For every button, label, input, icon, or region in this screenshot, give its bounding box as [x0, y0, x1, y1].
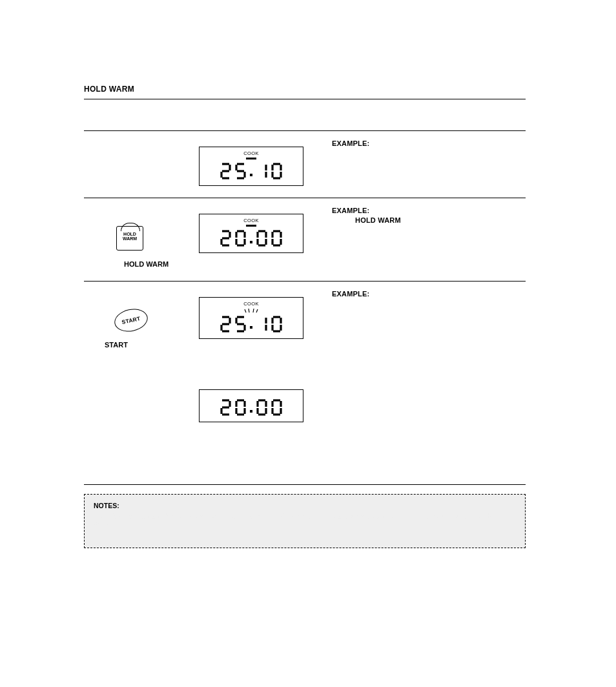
- hold-warm-button-icon: HOLD WARM: [116, 226, 143, 251]
- example-label: EXAMPLE:: [332, 290, 369, 298]
- svg-line-0: [245, 309, 246, 313]
- step-row: 3. START START COOK EXAMPLE: Cook: [84, 282, 526, 362]
- example-label: EXAMPLE:: [332, 139, 369, 147]
- svg-line-1: [249, 309, 249, 313]
- step-row: 1. Program cooking as described in the a…: [84, 131, 526, 198]
- svg-line-2: [253, 309, 254, 313]
- cook-indicator-bar: [246, 225, 256, 227]
- lcd-display: [199, 389, 303, 422]
- notes-body: HOLD WARM maintains food temperature; it…: [94, 512, 516, 529]
- cook-indicator-label: COOK: [243, 150, 259, 157]
- step-left: 3. START START: [84, 282, 199, 362]
- section-title: HOLD WARM: [84, 84, 526, 99]
- step-example: When cooking time ends, HOLD WARM begins…: [320, 374, 526, 434]
- notes-box: NOTES: HOLD WARM maintains food temperat…: [84, 494, 526, 548]
- divider: [84, 484, 526, 485]
- step-row: 2. HOLD WARM HOLD WARM COOK EXAMPLE: HOL…: [84, 198, 526, 282]
- step-left: 1. Program cooking as described in the a…: [84, 131, 199, 198]
- step-example: EXAMPLE: Cooking begins. Display counts …: [320, 282, 526, 362]
- lcd-digits: [220, 230, 282, 247]
- step-instruction: Program cooking as described in the appr…: [85, 155, 192, 174]
- notes-heading: NOTES:: [94, 501, 516, 510]
- step-display: COOK: [199, 198, 320, 281]
- lcd-display: COOK: [199, 147, 303, 186]
- button-caption: HOLD WARM: [124, 260, 192, 269]
- cook-indicator-label: COOK: [243, 218, 259, 224]
- step-display: [199, 374, 320, 434]
- svg-line-3: [256, 309, 258, 313]
- lcd-display: COOK: [199, 297, 303, 339]
- step-number: 2.: [85, 207, 192, 217]
- step-number: 3.: [85, 291, 192, 300]
- step-display: COOK: [199, 131, 320, 198]
- button-caption: START: [105, 340, 192, 350]
- manual-page: HOLD WARM The HOLD WARM feature allows y…: [0, 0, 616, 687]
- button-text-line2: WARM: [123, 236, 137, 241]
- step-example: EXAMPLE: HOLD WARM appears in the displa…: [320, 198, 526, 281]
- start-button-icon: START: [112, 305, 150, 334]
- step-display: COOK: [199, 282, 320, 362]
- step-left: 2. HOLD WARM HOLD WARM: [84, 198, 199, 281]
- lcd-digits: [220, 399, 282, 416]
- lcd-digits: [220, 316, 282, 333]
- step-left: [84, 374, 199, 434]
- arc-icon: [121, 223, 140, 231]
- step-example: EXAMPLE: Cook for 25 minutes 10 seconds …: [320, 131, 526, 198]
- example-label: EXAMPLE:: [332, 207, 369, 214]
- intro-text: The HOLD WARM feature allows you to keep…: [84, 103, 526, 131]
- after-sequence-text: When HOLD WARM time ends, a tone sounds …: [84, 434, 526, 465]
- step-row: When cooking time ends, HOLD WARM begins…: [84, 361, 526, 434]
- example-body-head: HOLD WARM: [355, 216, 401, 224]
- lcd-display: COOK: [199, 214, 303, 253]
- cook-indicator-label: COOK: [243, 301, 259, 307]
- cook-indicator-rays: [244, 308, 258, 313]
- step-number: 1.: [85, 140, 192, 150]
- cook-indicator-bar: [246, 158, 256, 159]
- example-body: When cooking time ends, HOLD WARM begins…: [332, 382, 524, 400]
- lcd-digits: [220, 163, 282, 179]
- button-text-line1: HOLD: [123, 232, 136, 236]
